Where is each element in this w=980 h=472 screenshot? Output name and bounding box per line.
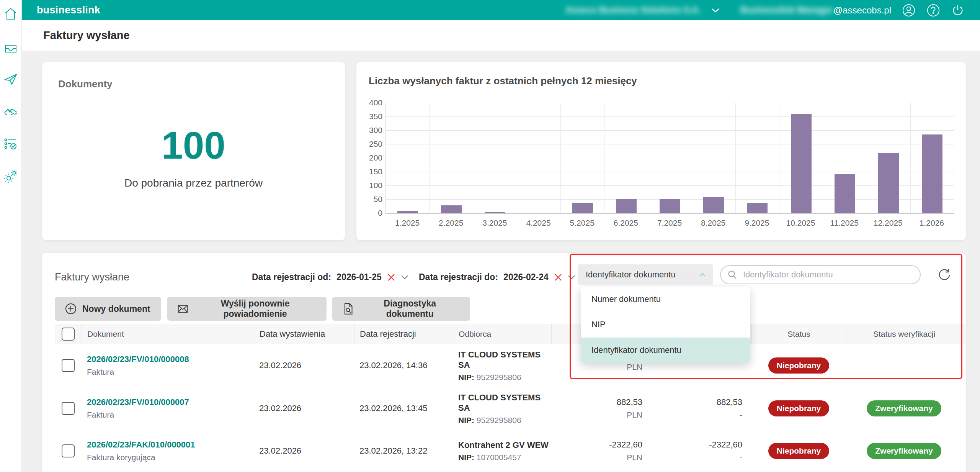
verification-badge: Zweryfikowany	[867, 443, 941, 459]
row-checkbox[interactable]	[62, 444, 75, 457]
tasks-checklist-icon[interactable]	[4, 137, 18, 151]
filter-date-to: Data rejestracji do: 2026-02-24	[419, 272, 575, 282]
user-account-icon[interactable]	[902, 3, 916, 17]
row-checkbox[interactable]	[62, 402, 75, 415]
x-tick-label: 12.2025	[866, 218, 910, 228]
amount-remaining-sub: -	[652, 453, 742, 462]
resend-notification-button[interactable]: Wyślij ponownie powiadomienie	[167, 297, 327, 321]
x-tick-label: 10.2025	[779, 218, 822, 228]
amount-gross: 882,53	[551, 397, 642, 407]
y-tick-label: 100	[369, 181, 382, 190]
x-tick-label: 1.2026	[910, 218, 954, 228]
chart-y-axis: 050100150200250300350400	[356, 103, 382, 213]
invoices-card: Faktury wysłane Data rejestracji od: 202…	[42, 253, 966, 472]
x-tick-label: 6.2025	[604, 218, 648, 228]
refresh-icon[interactable]	[937, 267, 952, 282]
document-diagnostics-label: Diagnostyka dokumentu	[359, 298, 460, 319]
x-tick-label: 7.2025	[648, 218, 691, 228]
filter-from-value[interactable]: 2026-01-25	[336, 272, 382, 282]
bar-11.2025	[823, 103, 866, 213]
home-icon[interactable]	[4, 7, 18, 21]
col-issue-date[interactable]: Data wystawienia	[254, 324, 354, 344]
title-bar: Faktury wysłane	[21, 20, 980, 51]
search-filter-selected-value: Identyfikator dokumentu	[586, 270, 676, 280]
filter-to-value[interactable]: 2026-02-24	[503, 272, 549, 282]
envelope-icon	[177, 303, 188, 315]
search-filter-dropdown: Numer dokumentu NIP Identyfikator dokume…	[581, 287, 750, 363]
recipient-nip: NIP: 9529295806	[458, 373, 551, 382]
table-row: 2026/02/23/FAK/010/000001 Faktura korygu…	[55, 430, 966, 472]
bar-5.2025	[560, 103, 604, 213]
new-document-label: Nowy dokument	[82, 304, 150, 314]
issue-date: 23.02.2026	[254, 403, 354, 413]
issue-date: 23.02.2026	[254, 361, 354, 370]
top-bar: businesslink Asseco Business Solutions S…	[21, 0, 980, 20]
select-all-cell	[55, 324, 82, 344]
document-link[interactable]: 2026/02/23/FV/010/000007	[87, 397, 254, 407]
amount-remaining: 882,53	[652, 397, 742, 407]
chevron-up-icon	[699, 272, 706, 277]
bar-12.2025	[867, 103, 910, 213]
company-chevron-down-icon[interactable]	[711, 8, 720, 13]
bar-4.2025	[517, 103, 560, 213]
document-diagnostics-button[interactable]: Diagnostyka dokumentu	[332, 297, 470, 321]
search-field	[720, 265, 921, 284]
registration-date: 23.02.2026, 13:22	[354, 446, 453, 456]
col-registration-date[interactable]: Data rejestracji	[354, 324, 453, 344]
new-document-button[interactable]: Nowy dokument	[55, 297, 161, 321]
amount-gross: -2322,60	[551, 440, 642, 450]
settings-gears-icon[interactable]	[4, 169, 18, 183]
row-checkbox[interactable]	[62, 359, 75, 372]
bar-10.2025	[779, 103, 823, 213]
dropdown-option-identyfikator-dokumentu[interactable]: Identyfikator dokumentu	[581, 338, 750, 363]
y-tick-label: 50	[374, 195, 382, 204]
inbox-icon[interactable]	[4, 41, 18, 55]
filter-to-chevron-down-icon[interactable]	[568, 275, 575, 280]
bar-3.2025	[473, 103, 516, 213]
y-tick-label: 200	[369, 153, 382, 162]
filter-from-clear-icon[interactable]	[387, 273, 395, 282]
filter-from-label: Data rejestracji od:	[252, 272, 331, 282]
dropdown-option-nip[interactable]: NIP	[581, 312, 750, 337]
bar-6.2025	[604, 103, 648, 213]
recipient-name: IT CLOUD SYSTEMS SA	[458, 392, 551, 413]
document-type: Faktura	[87, 367, 114, 376]
col-recipient[interactable]: Odbiorca	[453, 324, 551, 344]
bar-2.2025	[429, 103, 473, 213]
search-input[interactable]	[720, 265, 921, 284]
registration-date: 23.02.2026, 14:36	[354, 361, 453, 370]
chart-plot-area	[385, 103, 954, 214]
user-domain: @assecobs.pl	[833, 5, 891, 16]
filter-to-clear-icon[interactable]	[554, 273, 562, 282]
col-document[interactable]: Dokument	[82, 324, 254, 344]
select-all-checkbox[interactable]	[62, 328, 75, 341]
logout-power-icon[interactable]	[951, 3, 965, 17]
filter-date-from: Data rejestracji od: 2026-01-25	[252, 272, 408, 282]
col-verification-status[interactable]: Status weryfikacji	[846, 324, 962, 344]
recipient-name: IT CLOUD SYSTEMS SA	[458, 349, 551, 370]
document-link[interactable]: 2026/02/23/FV/010/000008	[87, 354, 254, 364]
bar-1.2026	[910, 103, 954, 213]
chart-card: Liczba wysłanych faktur z ostatnich pełn…	[356, 62, 966, 240]
sidebar	[0, 0, 22, 472]
x-tick-label: 1.2025	[385, 218, 429, 228]
send-icon[interactable]	[4, 72, 18, 86]
filter-from-chevron-down-icon[interactable]	[401, 275, 408, 280]
x-tick-label: 5.2025	[560, 218, 604, 228]
document-type: Faktura	[87, 410, 114, 419]
amount-currency: PLN	[551, 410, 642, 420]
document-search-icon	[342, 303, 354, 315]
dropdown-option-numer-dokumentu[interactable]: Numer dokumentu	[581, 287, 750, 312]
registration-date: 23.02.2026, 13:45	[354, 403, 453, 413]
company-name[interactable]: Asseco Business Solutions S.A.	[565, 5, 701, 15]
bar-1.2025	[386, 103, 429, 213]
document-link[interactable]: 2026/02/23/FAK/010/000001	[87, 440, 254, 450]
search-filter-select[interactable]: Identyfikator dokumentu	[578, 264, 713, 285]
page-title: Faktury wysłane	[43, 29, 130, 42]
help-icon[interactable]	[926, 3, 940, 17]
documents-card: Dokumenty 100 Do pobrania przez partneró…	[42, 62, 345, 240]
partners-handshake-icon[interactable]	[4, 105, 18, 118]
chart-title: Liczba wysłanych faktur z ostatnich pełn…	[369, 75, 637, 87]
user-name: Businesslink Manager	[740, 5, 833, 15]
col-status[interactable]: Status	[751, 324, 846, 344]
